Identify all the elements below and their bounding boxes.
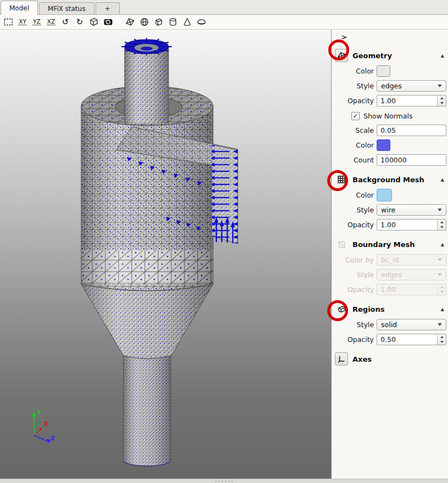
geometry-color-row: Color bbox=[335, 65, 448, 77]
perspective-button[interactable] bbox=[88, 16, 99, 27]
spin-down-button[interactable] bbox=[438, 225, 446, 231]
spin-up-button[interactable] bbox=[438, 334, 446, 340]
view-xz-button[interactable]: XZ bbox=[46, 16, 57, 27]
background-mesh-collapse-arrow[interactable]: ▲ bbox=[441, 177, 444, 182]
geometry-color-swatch[interactable] bbox=[377, 65, 390, 77]
show-normals-checkbox[interactable]: ✓ bbox=[351, 112, 360, 120]
box-visibility-button[interactable] bbox=[153, 16, 164, 27]
grid-icon bbox=[337, 175, 346, 184]
regions-style-row: Style solid bbox=[335, 319, 448, 330]
dropdown-arrow-icon bbox=[438, 259, 442, 261]
dropdown-arrow-icon bbox=[438, 323, 442, 326]
boundary-mesh-toggle-button[interactable] bbox=[335, 238, 348, 251]
dashed-grid-icon bbox=[338, 240, 346, 249]
dropdown-arrow-icon bbox=[438, 273, 442, 276]
cone-icon bbox=[182, 17, 192, 27]
boundary-mesh-style-select: edges bbox=[377, 269, 446, 280]
normals-scale-input[interactable]: 0.05 bbox=[377, 125, 446, 136]
camera-icon bbox=[103, 17, 113, 27]
boundary-mesh-color-by-row: Color by bc_id bbox=[335, 254, 448, 266]
regions-toggle-button[interactable] bbox=[335, 302, 348, 316]
boundary-mesh-opacity-row: Opacity 1.00 bbox=[335, 284, 448, 295]
show-normals-row: ✓ Show Normals bbox=[351, 111, 448, 120]
normals-scale-row: Scale 0.05 bbox=[335, 125, 448, 136]
geometry-header: Geometry ▲ bbox=[335, 49, 448, 62]
rotate-left-button[interactable]: ↺ bbox=[60, 16, 71, 27]
geometry-opacity-row: Opacity 1.00 bbox=[335, 95, 448, 106]
normals-color-row: Color bbox=[335, 139, 448, 151]
regions-opacity-spinbox[interactable]: 0.50 bbox=[377, 334, 446, 345]
background-mesh-header: Background Mesh ▲ bbox=[335, 173, 448, 186]
boundary-mesh-header: Boundary Mesh ▲ bbox=[335, 238, 448, 251]
section-regions: Regions ▲ Style solid Opacity 0.50 bbox=[335, 302, 448, 345]
background-mesh-toggle-button[interactable] bbox=[335, 173, 348, 186]
boundary-mesh-collapse-arrow[interactable]: ▲ bbox=[441, 242, 444, 247]
axes-icon bbox=[337, 355, 346, 363]
viewport-3d[interactable]: Y X Z bbox=[0, 30, 332, 479]
boundary-mesh-opacity-spinbox: 1.00 bbox=[377, 284, 446, 295]
axes-title: Axes bbox=[352, 355, 372, 363]
view-toolbar: XY YZ XZ ↺ ↻ bbox=[0, 15, 448, 30]
spin-up-button[interactable] bbox=[438, 220, 446, 225]
fit-view-icon bbox=[3, 17, 13, 27]
geometry-icon bbox=[125, 17, 135, 27]
dropdown-arrow-icon bbox=[438, 209, 442, 211]
background-mesh-opacity-spinbox[interactable]: 1.00 bbox=[377, 219, 446, 231]
regions-collapse-arrow[interactable]: ▲ bbox=[441, 307, 444, 312]
boundary-mesh-style-row: Style edges bbox=[335, 269, 448, 280]
sphere-visibility-button[interactable] bbox=[139, 16, 150, 27]
normals-count-input[interactable]: 100000 bbox=[377, 154, 446, 166]
axes-toggle-button[interactable] bbox=[335, 352, 348, 366]
cylinder-visibility-button[interactable] bbox=[167, 16, 178, 27]
section-axes: Axes bbox=[335, 352, 448, 366]
tab-new[interactable]: + bbox=[96, 2, 120, 14]
cone-visibility-button[interactable] bbox=[182, 16, 193, 27]
visualization-panel: > Geometry ▲ Color Style bbox=[332, 30, 448, 479]
geometry-opacity-spinbox[interactable]: 1.00 bbox=[377, 95, 446, 106]
box-icon bbox=[154, 17, 164, 27]
show-normals-label: Show Normals bbox=[363, 112, 412, 120]
geometry-title: Geometry bbox=[352, 52, 392, 60]
tab-model[interactable]: Model bbox=[1, 1, 38, 15]
sphere-icon bbox=[139, 17, 149, 27]
dipleg-tube bbox=[124, 356, 171, 466]
cyclone-cone bbox=[81, 284, 213, 359]
cylinder-icon bbox=[168, 17, 178, 27]
collapse-panel-button[interactable]: > bbox=[340, 33, 349, 42]
geometry-collapse-arrow[interactable]: ▲ bbox=[441, 53, 444, 58]
axes-header: Axes bbox=[335, 352, 448, 366]
screenshot-button[interactable] bbox=[103, 16, 114, 27]
torus-visibility-button[interactable] bbox=[196, 16, 207, 27]
background-mesh-opacity-row: Opacity 1.00 bbox=[335, 219, 448, 231]
section-background-mesh: Background Mesh ▲ Color Style wire Opaci… bbox=[335, 173, 448, 231]
main-area: Y X Z > Geomet bbox=[0, 30, 448, 479]
regions-header: Regions ▲ bbox=[335, 302, 448, 316]
xy-label: XY bbox=[18, 19, 27, 25]
regions-title: Regions bbox=[352, 305, 385, 313]
tab-mfix-status[interactable]: MFiX status bbox=[39, 2, 94, 14]
rotate-right-button[interactable]: ↻ bbox=[74, 16, 85, 27]
fit-view-button[interactable] bbox=[3, 16, 14, 27]
geometry-style-select[interactable]: edges bbox=[377, 80, 446, 92]
background-mesh-color-swatch[interactable] bbox=[377, 189, 392, 201]
spin-down-button[interactable] bbox=[438, 101, 446, 106]
bottom-splitter-handle[interactable] bbox=[0, 479, 448, 483]
view-yz-button[interactable]: YZ bbox=[31, 16, 42, 27]
geometry-visibility-button[interactable] bbox=[125, 16, 136, 27]
normals-color-swatch[interactable] bbox=[377, 139, 390, 151]
background-mesh-style-select[interactable]: wire bbox=[377, 204, 446, 216]
geometry-icon bbox=[337, 51, 346, 60]
regions-style-select[interactable]: solid bbox=[377, 319, 446, 330]
perspective-cube-icon bbox=[89, 17, 99, 27]
boundary-mesh-title: Boundary Mesh bbox=[352, 240, 415, 249]
rotate-right-icon: ↻ bbox=[76, 18, 83, 26]
torus-icon bbox=[197, 17, 206, 27]
spin-up-button[interactable] bbox=[438, 96, 446, 101]
spin-down-button[interactable] bbox=[438, 340, 446, 345]
view-xy-button[interactable]: XY bbox=[17, 16, 28, 27]
cyclone-model: Y X Z bbox=[0, 30, 332, 479]
orientation-axes: Y X Z bbox=[32, 409, 55, 443]
dropdown-arrow-icon bbox=[438, 85, 442, 87]
geometry-toggle-button[interactable] bbox=[335, 49, 348, 62]
axis-y-label: Y bbox=[36, 409, 42, 416]
